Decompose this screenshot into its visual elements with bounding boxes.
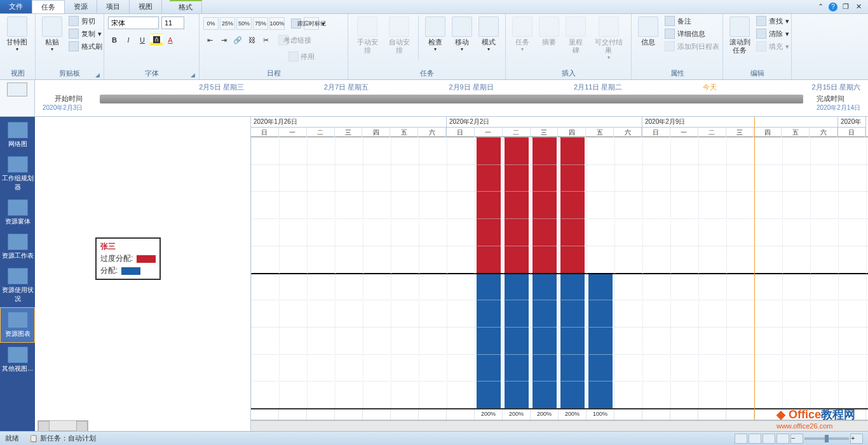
clear-button[interactable]: 清除▾ <box>754 28 792 39</box>
underline-button[interactable]: U <box>136 34 149 46</box>
tab-view[interactable]: 视图 <box>130 0 162 13</box>
copy-button[interactable]: 复制▾ <box>66 28 105 39</box>
bold-button[interactable]: B <box>108 34 121 46</box>
chart-hscroll[interactable] <box>251 420 868 431</box>
add-timeline-button[interactable]: 添加到日程表 <box>662 41 722 52</box>
sidebar-item-0[interactable]: 网络图 <box>0 118 35 152</box>
font-name-select[interactable] <box>108 17 159 29</box>
status-new-task[interactable]: 📋 新任务：自动计划 <box>29 434 96 443</box>
find-button[interactable]: 查找▾ <box>754 15 792 27</box>
paste-button[interactable]: 粘贴▾ <box>39 15 65 53</box>
respect-links-button[interactable]: 考虑链接 <box>276 33 306 47</box>
link-button[interactable]: 🔗 <box>231 34 244 46</box>
group-schedule-label: 日程 <box>203 67 344 79</box>
pct-25-button[interactable]: 25% <box>220 17 235 30</box>
group-properties-label: 属性 <box>635 67 719 79</box>
zoom-out-button[interactable]: − <box>790 434 803 444</box>
legend-alloc-label: 分配: <box>100 265 118 276</box>
view-btn-2[interactable] <box>749 434 761 444</box>
sidebar-item-1[interactable]: 工作组规划器 <box>0 152 35 196</box>
tab-format[interactable]: 格式 <box>170 0 202 13</box>
bg-color-button[interactable]: 🅰 <box>150 34 163 46</box>
restore-icon[interactable]: ❐ <box>841 3 850 11</box>
left-hscroll[interactable] <box>37 420 88 431</box>
chart-pane: 200%180%160%140%120%100%80%60%40%20% 202… <box>251 117 868 431</box>
tl-today: 今天 <box>703 83 717 92</box>
tab-resource[interactable]: 资源 <box>65 0 97 13</box>
left-pane: 张三 过度分配: 分配: <box>35 117 251 431</box>
tl-date-3: 2月9日 星期日 <box>449 83 493 92</box>
inspect-button[interactable]: 检查▾ <box>423 15 448 53</box>
manual-schedule-button[interactable]: 手动安排 <box>352 15 383 56</box>
timeline-bar[interactable] <box>100 95 803 103</box>
italic-button[interactable]: I <box>122 34 135 46</box>
tab-project[interactable]: 项目 <box>97 0 130 13</box>
track-mark-button[interactable]: 跟踪时标记▾ <box>288 17 328 30</box>
info-button[interactable]: 信息 <box>635 15 661 48</box>
font-color-button[interactable]: A <box>164 34 177 46</box>
notes-button[interactable]: 备注 <box>662 15 722 27</box>
font-size-select[interactable] <box>161 17 184 29</box>
legend-resource-name: 张三 <box>100 241 156 252</box>
unlink-button[interactable]: ⛓ <box>245 34 258 46</box>
pct-100-button[interactable]: 100% <box>269 17 285 30</box>
tl-date-1: 2月5日 星期三 <box>199 83 243 92</box>
sidebar-item-2[interactable]: 资源窗体 <box>0 196 35 230</box>
group-clipboard-label: 剪贴板◢ <box>39 67 100 79</box>
pct-50-button[interactable]: 50% <box>236 17 252 30</box>
gantt-button[interactable]: 甘特图▾ <box>4 15 30 53</box>
tl-date-4: 2月11日 星期二 <box>574 83 622 92</box>
pct-0-button[interactable]: 0% <box>203 17 219 30</box>
status-ready: 就绪 <box>5 434 19 443</box>
mode-button[interactable]: 模式▾ <box>476 15 501 53</box>
ribbon: 甘特图▾ 视图 粘贴▾ 剪切 复制▾ 格式刷 剪贴板◢ B I U 🅰 A <box>0 14 868 80</box>
deliverable-button[interactable]: 可交付结果▾ <box>590 15 627 62</box>
sidebar-item-3[interactable]: 资源工作表 <box>0 230 35 264</box>
group-editing-label: 编辑 <box>727 67 787 79</box>
tab-task[interactable]: 任务 <box>32 0 65 13</box>
zoom-in-button[interactable]: + <box>850 434 863 444</box>
tl-date-2: 2月7日 星期五 <box>324 83 369 92</box>
details-button[interactable]: 详细信息 <box>662 28 722 39</box>
tl-end: 完成时间2020年2月14日 <box>817 94 860 112</box>
auto-schedule-button[interactable]: 自动安排 <box>384 15 414 56</box>
view-sidebar: 网络图工作组规划器资源窗体资源工作表资源使用状况资源图表其他视图... <box>0 117 35 431</box>
sidebar-item-4[interactable]: 资源使用状况 <box>0 264 35 307</box>
summary-button[interactable]: 摘要 <box>536 15 562 48</box>
legend-over-label: 过度分配: <box>100 253 133 264</box>
indent-button[interactable]: ⇥ <box>217 34 230 46</box>
menu-bar: 文件 任务 资源 项目 视图 格式 ⌃ ? ❐ ✕ <box>0 0 868 14</box>
legend-over-swatch <box>137 255 156 263</box>
legend-box: 张三 过度分配: 分配: <box>95 237 161 280</box>
watermark: ◆ Office教程网 www.office26.com <box>776 407 855 430</box>
group-font-label: 字体 <box>145 69 159 77</box>
outdent-button[interactable]: ⇤ <box>203 34 216 46</box>
group-insert-label: 插入 <box>510 67 627 79</box>
group-view-label: 视图 <box>4 67 31 79</box>
legend-alloc-swatch <box>121 267 140 275</box>
tl-start: 开始时间2020年2月3日 <box>43 94 83 112</box>
pct-75-button[interactable]: 75% <box>253 17 268 30</box>
cut-button[interactable]: 剪切 <box>66 15 105 27</box>
help-icon[interactable]: ? <box>829 3 837 11</box>
close-icon[interactable]: ✕ <box>854 3 863 11</box>
scroll-to-task-button[interactable]: 滚动到 任务 <box>727 15 752 56</box>
view-btn-1[interactable] <box>735 434 747 444</box>
split-button[interactable]: ✂ <box>259 34 272 46</box>
chart-header: 2020年1月26日日一二三四五六2020年2月2日日一二三四五六2020年2月… <box>251 117 868 137</box>
fill-button[interactable]: 填充▾ <box>754 41 792 52</box>
zoom-slider[interactable] <box>804 437 849 440</box>
view-btn-4[interactable] <box>776 434 789 444</box>
chart-footer: 200%200%200%200%100% <box>251 409 868 420</box>
move-button[interactable]: 移动▾ <box>449 15 475 53</box>
view-btn-3[interactable] <box>763 434 775 444</box>
minimize-ribbon-icon[interactable]: ⌃ <box>816 3 825 11</box>
disable-button[interactable]: 停用 <box>286 50 316 63</box>
tab-file[interactable]: 文件 <box>0 0 32 13</box>
format-painter-button[interactable]: 格式刷 <box>66 41 105 52</box>
sidebar-item-5[interactable]: 资源图表 <box>0 307 35 343</box>
sidebar-item-6[interactable]: 其他视图... <box>0 343 35 377</box>
milestone-button[interactable]: 里程碑 <box>563 15 588 56</box>
insert-task-button[interactable]: 任务▾ <box>510 15 535 53</box>
timeline-icon[interactable] <box>7 83 27 96</box>
